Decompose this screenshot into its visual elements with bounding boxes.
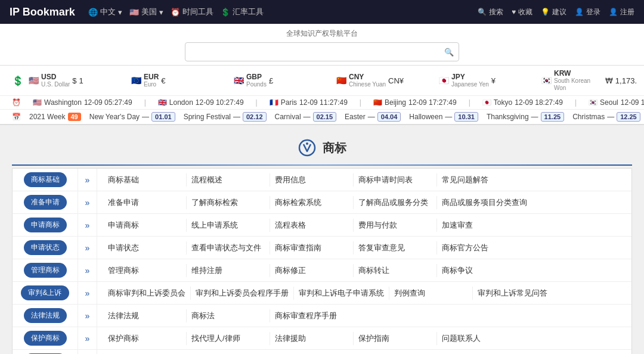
jpy-flag: 🇯🇵 (439, 76, 449, 85)
cat-button-4[interactable]: 管理商标 (24, 263, 67, 278)
menu-link-0-4[interactable]: 常见问题解答 (437, 173, 521, 187)
menu-link-7-4[interactable]: 问题联系人 (437, 332, 521, 345)
clock-washington: 🇺🇸 Washington 12-09 05:27:49 (33, 98, 132, 107)
holiday-easter: Easter — 04.04 (345, 112, 401, 122)
cat-button-0[interactable]: 商标基础 (24, 172, 67, 187)
currency-eur: 🇪🇺 EUR Euro € (131, 73, 227, 88)
login-btn[interactable]: 👤 登录 (575, 7, 600, 17)
menu-link-2-1[interactable]: 线上申请系统 (187, 219, 270, 232)
menu-link-1-3[interactable]: 了解商品或服务分类 (354, 196, 437, 209)
menu-link-0-3[interactable]: 商标申请时间表 (354, 173, 437, 187)
cat-button-5[interactable]: 审判&上诉 (21, 285, 69, 300)
region-selector[interactable]: 🇺🇸 美国 ▾ (129, 7, 163, 17)
svg-point-1 (306, 142, 308, 145)
menu-link-7-2[interactable]: 法律援助 (270, 332, 354, 345)
menu-items-6: 法律法规商标法商标审查程序手册 (97, 305, 631, 327)
clock-beijing: 🇨🇳 Beijing 12-09 17:27:49 (373, 98, 457, 107)
menu-category-5: 审判&上诉 (13, 282, 78, 304)
search-nav-btn[interactable]: 🔍 搜索 (478, 7, 503, 17)
menu-link-0-2[interactable]: 费用信息 (270, 173, 354, 187)
menu-link-2-4[interactable]: 加速审查 (437, 219, 521, 232)
menu-link-5-1[interactable]: 审判和上诉委员会程序手册 (191, 287, 294, 300)
week-badge: 49 (68, 113, 81, 121)
search-submit-icon[interactable]: 🔍 (444, 48, 454, 57)
menu-arrow-4: » (78, 259, 97, 281)
menu-link-1-4[interactable]: 商品或服务项目分类查询 (437, 196, 532, 209)
cat-button-6[interactable]: 法律法规 (24, 308, 67, 323)
trademark-section-header: 商标 (12, 131, 632, 162)
menu-link-6-1[interactable]: 商标法 (187, 309, 270, 322)
week-item: 2021 Week 49 (29, 113, 81, 121)
menu-link-1-2[interactable]: 商标检索系统 (270, 196, 354, 209)
menu-link-1-0[interactable]: 准备申请 (103, 196, 187, 209)
user-icon: 👤 (575, 8, 584, 16)
clock-london: 🇬🇧 London 12-09 10:27:49 (158, 98, 244, 107)
user-plus-icon: 👤 (609, 8, 618, 16)
menu-link-5-4[interactable]: 审判和上诉常见问答 (473, 287, 556, 300)
cat-button-2[interactable]: 申请商标 (24, 218, 67, 232)
menu-link-4-0[interactable]: 管理商标 (103, 264, 187, 277)
menu-link-5-3[interactable]: 判例查询 (389, 287, 473, 300)
cny-flag: 🇨🇳 (336, 76, 346, 85)
menu-link-7-3[interactable]: 保护指南 (354, 332, 437, 345)
nav-right: 🔍 搜索 ♥ 收藏 💡 建议 👤 登录 👤 注册 (478, 7, 634, 17)
menu-link-4-4[interactable]: 商标争议 (437, 264, 521, 277)
menu-link-0-0[interactable]: 商标基础 (103, 173, 187, 187)
time-tool-link[interactable]: ⏰ 时间工具 (171, 7, 213, 17)
trademark-divider (12, 164, 632, 166)
menu-link-4-3[interactable]: 商标转让 (354, 264, 437, 277)
menu-link-2-0[interactable]: 申请商标 (103, 219, 187, 232)
menu-link-2-3[interactable]: 费用与付款 (354, 219, 437, 232)
menu-link-3-1[interactable]: 查看申请状态与文件 (187, 241, 270, 254)
flag-icon: 🇺🇸 (129, 8, 139, 17)
us-flag: 🇺🇸 (33, 98, 42, 107)
menu-arrow-5: » (78, 282, 97, 304)
exchange-tool-link[interactable]: 💲 汇率工具 (221, 7, 264, 17)
usd-flag: 🇺🇸 (29, 76, 39, 85)
calendar-icon: 📅 (12, 113, 21, 121)
menu-category-2: 申请商标 (13, 214, 78, 236)
spring-badge: 02.12 (243, 112, 267, 122)
menu-link-3-2[interactable]: 商标审查指南 (270, 241, 354, 254)
menu-link-5-2[interactable]: 审判和上诉电子申请系统 (294, 287, 389, 300)
menu-category-1: 准备申请 (13, 191, 78, 213)
currency-cny: 🇨🇳 CNY Chinese Yuan CN¥ (336, 73, 432, 88)
gb-flag: 🇬🇧 (158, 98, 167, 107)
menu-link-4-2[interactable]: 商标修正 (270, 264, 354, 277)
cat-button-1[interactable]: 准备申请 (24, 195, 67, 210)
suggest-btn[interactable]: 💡 建议 (541, 7, 566, 17)
menu-link-7-0[interactable]: 保护商标 (103, 332, 187, 345)
search-section: 全球知识产权导航平台 🔍 (0, 24, 644, 66)
clock-tokyo: 🇯🇵 Tokyo 12-09 18:27:49 (482, 98, 563, 107)
menu-link-3-3[interactable]: 答复审查意见 (354, 241, 437, 254)
menu-items-2: 申请商标线上申请系统流程表格费用与付款加速审查 (97, 214, 631, 236)
currency-krw: 🇰🇷 KRW South Korean Won ₩ 1,173. (541, 69, 637, 92)
clock-paris: 🇫🇷 Paris 12-09 11:27:49 (270, 98, 348, 107)
menu-link-2-2[interactable]: 流程表格 (270, 219, 354, 232)
menu-items-5: 商标审判和上诉委员会审判和上诉委员会程序手册审判和上诉电子申请系统判例查询审判和… (97, 282, 631, 304)
globe-icon: 🌐 (88, 8, 98, 17)
menu-link-3-4[interactable]: 商标官方公告 (437, 241, 521, 254)
menu-row: 法律法规»法律法规商标法商标审查程序手册 (13, 305, 631, 327)
menu-link-6-0[interactable]: 法律法规 (103, 309, 187, 322)
menu-items-3: 申请状态查看申请状态与文件商标审查指南答复审查意见商标官方公告 (97, 237, 631, 259)
menu-category-7: 保护商标 (13, 327, 78, 349)
jp-flag: 🇯🇵 (482, 98, 491, 107)
collect-btn[interactable]: ♥ 收藏 (512, 7, 532, 17)
menu-link-0-1[interactable]: 流程概述 (187, 173, 270, 187)
menu-link-5-0[interactable]: 商标审判和上诉委员会 (103, 287, 191, 300)
menu-link-7-1[interactable]: 找代理人/律师 (187, 332, 270, 345)
menu-link-6-2[interactable]: 商标审查程序手册 (270, 309, 354, 322)
cat-button-7[interactable]: 保护商标 (24, 331, 67, 346)
menu-link-4-1[interactable]: 维持注册 (187, 264, 270, 277)
holiday-halloween: Halloween — 10.31 (409, 112, 478, 122)
cat-button-3[interactable]: 申请状态 (24, 240, 67, 255)
lang-selector[interactable]: 🌐 中文 ▾ (88, 7, 122, 17)
halloween-badge: 10.31 (454, 112, 478, 122)
search-input[interactable] (190, 48, 444, 57)
register-btn[interactable]: 👤 注册 (609, 7, 634, 17)
menu-link-3-0[interactable]: 申请状态 (103, 241, 187, 254)
menu-arrow-6: » (78, 305, 97, 327)
menu-link-1-1[interactable]: 了解商标检索 (187, 196, 270, 209)
menu-row: 申请商标»申请商标线上申请系统流程表格费用与付款加速审查 (13, 214, 631, 237)
